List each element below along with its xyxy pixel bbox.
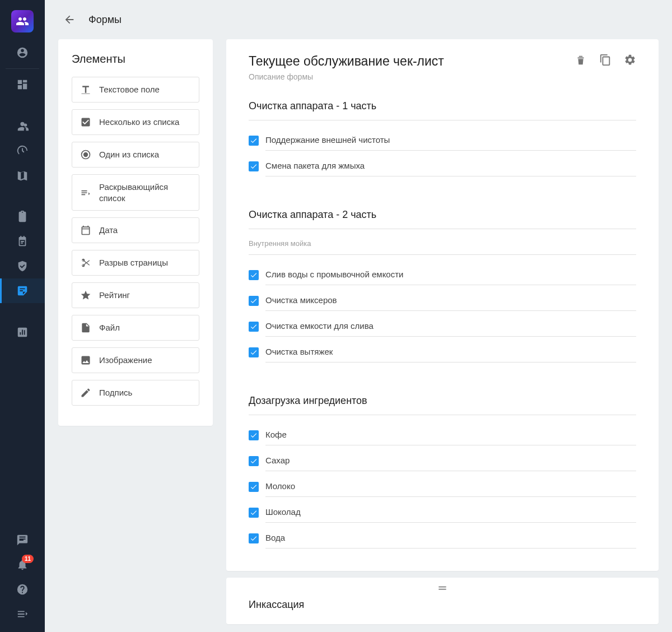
scissors-icon (80, 257, 91, 268)
section-title[interactable]: Очистка аппарата - 1 часть (249, 100, 636, 120)
checklist-item[interactable]: Кофе (249, 425, 636, 445)
palette-item-label: Файл (99, 322, 120, 333)
checklist-label: Шоколад (265, 507, 636, 523)
palette-item-label: Дата (99, 225, 118, 236)
delete-button[interactable] (575, 54, 587, 66)
checklist-item[interactable]: Очистка емкости для слива (249, 317, 636, 337)
checklist-label: Смена пакета для жмыха (265, 161, 636, 176)
copy-button[interactable] (599, 54, 612, 66)
form-card-main[interactable]: Текущее обслуживание чек-лист Описание (226, 39, 659, 571)
palette-page-break[interactable]: Разрыв страницы (72, 250, 199, 276)
checklist-item[interactable]: Поддержание внешней чистоты (249, 131, 636, 151)
checkbox-checked-icon[interactable] (249, 296, 259, 306)
nav-account-icon[interactable] (0, 40, 45, 65)
settings-button[interactable] (624, 54, 636, 66)
checklist-label: Очистка емкости для слива (265, 321, 636, 337)
palette-image[interactable]: Изображение (72, 347, 199, 373)
palette-dropdown[interactable]: Раскрывающийся список (72, 174, 199, 211)
checklist-item[interactable]: Шоколад (249, 503, 636, 523)
form-description[interactable]: Описание формы (249, 72, 636, 81)
checkbox-checked-icon[interactable] (249, 347, 259, 357)
checklist-item[interactable]: Сахар (249, 451, 636, 471)
checklist-label: Сахар (265, 456, 636, 471)
palette-signature[interactable]: Подпись (72, 380, 199, 406)
nav-chat-icon[interactable] (0, 528, 45, 552)
nav-rail: 11 (0, 0, 45, 632)
copy-icon (599, 54, 612, 66)
nav-calendar-task-icon[interactable] (0, 229, 45, 254)
notifications-badge: 11 (22, 555, 34, 563)
nav-users-icon[interactable] (0, 114, 45, 138)
content-row: Элементы Текстовое поле Несколько из спи… (45, 39, 672, 632)
nav-map-icon[interactable] (0, 163, 45, 188)
svg-rect-0 (438, 587, 446, 588)
checkbox-checked-icon[interactable] (249, 161, 259, 171)
nav-target-icon[interactable] (0, 138, 45, 163)
trash-icon (575, 54, 587, 66)
form-card-next[interactable]: Инкассация (226, 578, 659, 624)
nav-dashboard-icon[interactable] (0, 72, 45, 97)
signature-icon (80, 387, 91, 398)
palette-date[interactable]: Дата (72, 217, 199, 243)
checklist-label: Вода (265, 533, 636, 549)
form-title[interactable]: Текущее обслуживание чек-лист (249, 54, 575, 69)
checkbox-checked-icon[interactable] (249, 322, 259, 332)
palette-item-label: Изображение (99, 355, 152, 366)
palette-item-label: Рейтинг (99, 290, 130, 301)
palette-checkbox-list[interactable]: Несколько из списка (72, 109, 199, 135)
radio-icon (80, 149, 91, 160)
page-title: Формы (88, 14, 122, 26)
nav-help-icon[interactable] (0, 577, 45, 602)
checkbox-checked-icon[interactable] (249, 136, 259, 146)
elements-palette: Элементы Текстовое поле Несколько из спи… (58, 39, 213, 426)
checkbox-checked-icon[interactable] (249, 482, 259, 492)
checklist-item[interactable]: Вода (249, 528, 636, 549)
nav-clipboard-icon[interactable] (0, 205, 45, 229)
svg-rect-1 (438, 589, 446, 590)
nav-shield-icon[interactable] (0, 254, 45, 278)
palette-rating[interactable]: Рейтинг (72, 282, 199, 308)
checkbox-checked-icon[interactable] (249, 456, 259, 466)
section-title[interactable]: Очистка аппарата - 2 часть (249, 209, 636, 229)
drag-handle-icon[interactable] (249, 585, 636, 591)
section-title[interactable]: Инкассация (249, 599, 636, 611)
checkbox-checked-icon[interactable] (249, 533, 259, 543)
dropdown-icon (80, 187, 91, 198)
nav-analytics-icon[interactable] (0, 320, 45, 345)
back-button[interactable] (60, 11, 78, 29)
checkbox-checked-icon[interactable] (249, 270, 259, 280)
checklist-item[interactable]: Очистка вытяжек (249, 342, 636, 363)
nav-notifications-icon[interactable]: 11 (0, 552, 45, 577)
checklist-item[interactable]: Очистка миксеров (249, 291, 636, 311)
main-area: Формы Элементы Текстовое поле Несколько … (45, 0, 672, 632)
nav-forms-icon[interactable] (0, 278, 45, 303)
page-header: Формы (45, 0, 672, 39)
nav-collapse-icon[interactable] (0, 602, 45, 626)
palette-item-label: Разрыв страницы (99, 257, 168, 268)
palette-item-label: Один из списка (99, 149, 159, 160)
section-subhead[interactable]: Внутренняя мойка (249, 239, 636, 255)
checklist-label: Очистка вытяжек (265, 347, 636, 363)
palette-item-label: Подпись (99, 387, 132, 398)
app-logo[interactable] (11, 10, 34, 32)
form-canvas: Текущее обслуживание чек-лист Описание (226, 39, 659, 632)
palette-item-label: Несколько из списка (99, 117, 179, 128)
checklist-item[interactable]: Смена пакета для жмыха (249, 156, 636, 176)
checkbox-icon (80, 117, 91, 128)
text-field-icon (80, 84, 91, 95)
checklist-label: Молоко (265, 481, 636, 497)
palette-file[interactable]: Файл (72, 315, 199, 341)
section-title[interactable]: Дозагрузка ингредиентов (249, 395, 636, 415)
checkbox-checked-icon[interactable] (249, 430, 259, 440)
checklist-item[interactable]: Слив воды с промывочной емкости (249, 265, 636, 285)
palette-item-label: Раскрывающийся список (99, 182, 191, 203)
checkbox-checked-icon[interactable] (249, 508, 259, 518)
star-icon (80, 290, 91, 301)
palette-text-field[interactable]: Текстовое поле (72, 77, 199, 103)
checklist-label: Очистка миксеров (265, 295, 636, 311)
file-icon (80, 322, 91, 333)
date-icon (80, 225, 91, 236)
nav-divider (6, 68, 39, 69)
palette-radio-list[interactable]: Один из списка (72, 142, 199, 168)
checklist-item[interactable]: Молоко (249, 477, 636, 497)
